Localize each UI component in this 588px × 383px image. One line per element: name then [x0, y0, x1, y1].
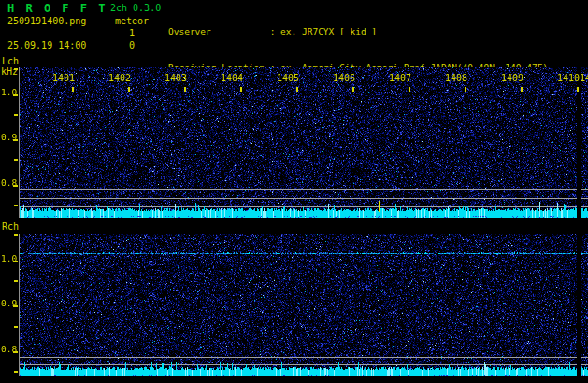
- freq-major-tick-Lch: [13, 139, 18, 141]
- app-version: 2ch 0.3.0: [110, 3, 161, 14]
- freq-major-tick-Lch: [13, 185, 18, 187]
- freq-minor-tick-Lch: [14, 205, 18, 206]
- rch-meteor-count: 0: [125, 40, 138, 51]
- freq-minor-tick-Lch: [14, 159, 18, 161]
- freq-tick-label-Rch: 0.8: [1, 344, 17, 354]
- output-filename: 2509191400.png: [7, 16, 86, 27]
- freq-tick-label-Lch: 1.0: [1, 87, 17, 97]
- timestamp: 25.09.19 14:00: [7, 40, 86, 51]
- freq-tick-label-Rch: 1.0: [1, 253, 17, 263]
- freq-major-tick-Rch: [13, 305, 18, 307]
- lch-axis-unit: kHz: [1, 66, 18, 77]
- observer-line: Ovserver : ex. JR7CYX [ kid ]: [168, 25, 575, 37]
- freq-minor-tick-Rch: [14, 280, 18, 282]
- freq-major-tick-Lch: [13, 94, 18, 96]
- lch-meteor-count: 1: [125, 28, 138, 39]
- app-title: H R O F F T: [7, 2, 108, 15]
- freq-major-tick-Rch: [13, 261, 18, 262]
- freq-minor-tick-Rch: [14, 326, 18, 328]
- hrofft-screen: { "app": { "title": "H R O F F T", "vers…: [0, 0, 588, 383]
- freq-minor-tick-Rch: [14, 371, 18, 373]
- freq-minor-tick-Rch: [14, 234, 18, 236]
- freq-major-tick-Rch: [13, 351, 18, 353]
- freq-tick-label-Lch: 0.8: [1, 177, 17, 188]
- rch-axis-title: Rch: [2, 221, 19, 232]
- lch-spectrogram: [20, 67, 588, 218]
- rch-spectrogram: [20, 234, 588, 376]
- lch-axis-title: Lch: [2, 56, 19, 66]
- freq-tick-label-Lch: 0.9: [1, 132, 17, 142]
- freq-tick-label-Rch: 0.9: [1, 298, 17, 308]
- freq-minor-tick-Lch: [14, 114, 18, 116]
- mode-label: meteor: [115, 16, 149, 27]
